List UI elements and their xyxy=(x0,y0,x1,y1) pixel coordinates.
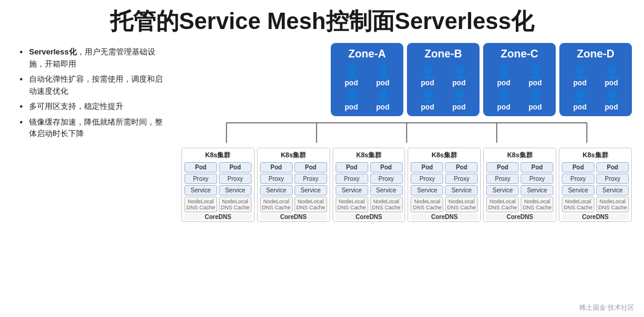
cell-service: Service xyxy=(562,185,594,195)
cluster-col: Pod Proxy Service NodeLocalDNS Cache xyxy=(294,162,327,212)
cell-dns: NodeLocalDNS Cache xyxy=(596,197,629,212)
page-title: 托管的Service Mesh控制面Serverless化 xyxy=(110,8,534,34)
cell-service: Service xyxy=(521,185,553,195)
pod-item: 👤 pod xyxy=(444,90,473,111)
pod-item: 👤 pod xyxy=(337,65,366,87)
pod-label: pod xyxy=(497,103,510,111)
cluster-6-title: K8s集群 xyxy=(562,151,629,160)
cell-proxy: Proxy xyxy=(219,174,252,184)
cell-pod: Pod xyxy=(411,162,443,172)
cell-proxy: Proxy xyxy=(596,174,629,184)
cluster-col: Pod Proxy Service NodeLocalDNS Cache xyxy=(184,162,217,212)
coredns-label: CoreDNS xyxy=(411,214,478,220)
pod-icon: 👤 xyxy=(572,90,588,103)
cell-proxy: Proxy xyxy=(411,174,443,184)
cell-service: Service xyxy=(260,185,293,195)
pod-icon: 👤 xyxy=(343,65,360,79)
coredns-label: CoreDNS xyxy=(260,214,327,220)
pod-item: 👤 pod xyxy=(565,90,594,111)
cell-proxy: Proxy xyxy=(521,174,553,184)
coredns-label: CoreDNS xyxy=(486,214,553,220)
pod-item: 👤 pod xyxy=(521,65,550,87)
clusters-row: K8s集群 Pod Proxy Service NodeLocalDNS Cac… xyxy=(181,148,632,222)
zone-d-card: Zone-D 👤 pod 👤 pod 👤 pod xyxy=(559,43,632,116)
pod-label: pod xyxy=(345,103,358,111)
cluster-5-title: K8s集群 xyxy=(486,151,553,160)
pod-label: pod xyxy=(345,79,358,87)
pod-icon: 👤 xyxy=(496,65,512,79)
cluster-col: Pod Proxy Service NodeLocalDNS Cache xyxy=(260,162,293,212)
cell-pod: Pod xyxy=(596,162,629,172)
pod-icon: 👤 xyxy=(420,90,436,103)
pod-item: 👤 pod xyxy=(489,65,518,87)
left-panel: Serverless化，用户无需管理基础设施，开箱即用 自动化弹性扩容，按需使用… xyxy=(12,43,175,311)
watermark: 稀土掘金·技术社区 xyxy=(579,303,634,312)
cell-pod: Pod xyxy=(336,162,368,172)
zone-a-card: Zone-A 👤 pod 👤 pod 👤 pod xyxy=(331,43,403,116)
pod-label: pod xyxy=(529,103,542,111)
pod-icon: 👤 xyxy=(343,90,360,103)
zone-a-pods: 👤 pod 👤 pod 👤 pod 👤 xyxy=(337,65,397,111)
pod-item: 👤 pod xyxy=(368,90,397,111)
cell-service: Service xyxy=(184,185,217,195)
pod-label: pod xyxy=(376,79,389,87)
cluster-2-title: K8s集群 xyxy=(260,151,327,160)
pod-label: pod xyxy=(573,103,587,111)
cell-service: Service xyxy=(294,185,327,195)
cell-pod: Pod xyxy=(370,162,403,172)
arrows-svg xyxy=(181,120,632,144)
cluster-col: Pod Proxy Service NodeLocalDNS Cache xyxy=(521,162,553,212)
bullet-item-1: Serverless化，用户无需管理基础设施，开箱即用 xyxy=(29,46,169,70)
cell-pod: Pod xyxy=(294,162,327,172)
pod-icon: 👤 xyxy=(603,90,620,103)
coredns-label: CoreDNS xyxy=(336,214,403,220)
bullet-item-3: 多可用区支持，稳定性提升 xyxy=(29,100,169,113)
content-area: Serverless化，用户无需管理基础设施，开箱即用 自动化弹性扩容，按需使用… xyxy=(12,43,632,311)
cell-proxy: Proxy xyxy=(336,174,368,184)
pod-label: pod xyxy=(497,79,510,87)
cell-dns: NodeLocalDNS Cache xyxy=(411,197,443,212)
pod-item: 👤 pod xyxy=(368,65,397,87)
zone-c-pods: 👤 pod 👤 pod 👤 pod 👤 xyxy=(489,65,550,111)
pod-item: 👤 pod xyxy=(521,90,550,111)
cell-dns: NodeLocalDNS Cache xyxy=(294,197,327,212)
cluster-col: Pod Proxy Service NodeLocalDNS Cache xyxy=(370,162,403,212)
cell-proxy: Proxy xyxy=(294,174,327,184)
cell-proxy: Proxy xyxy=(486,174,519,184)
title-row: 托管的Service Mesh控制面Serverless化 xyxy=(12,6,632,37)
zone-c-card: Zone-C 👤 pod 👤 pod 👤 pod xyxy=(483,43,556,116)
cell-service: Service xyxy=(219,185,252,195)
zones-row: Zone-A 👤 pod 👤 pod 👤 pod xyxy=(181,43,632,116)
cluster-3: K8s集群 Pod Proxy Service NodeLocalDNS Cac… xyxy=(333,148,406,222)
cell-dns: NodeLocalDNS Cache xyxy=(562,197,594,212)
cell-dns: NodeLocalDNS Cache xyxy=(445,197,478,212)
pod-label: pod xyxy=(605,103,618,111)
cluster-col: Pod Proxy Service NodeLocalDNS Cache xyxy=(445,162,478,212)
arrows-area xyxy=(181,120,632,144)
pod-label: pod xyxy=(421,79,434,87)
cluster-5: K8s集群 Pod Proxy Service NodeLocalDNS Cac… xyxy=(483,148,556,222)
cell-dns: NodeLocalDNS Cache xyxy=(336,197,368,212)
pod-label: pod xyxy=(376,103,389,111)
cluster-4: K8s集群 Pod Proxy Service NodeLocalDNS Cac… xyxy=(408,148,481,222)
pod-icon: 👤 xyxy=(451,65,467,79)
cluster-col: Pod Proxy Service NodeLocalDNS Cache xyxy=(219,162,252,212)
bullet-item-2: 自动化弹性扩容，按需使用，调度和启动速度优化 xyxy=(29,73,169,97)
cluster-5-columns: Pod Proxy Service NodeLocalDNS Cache Pod… xyxy=(486,162,553,212)
pod-label: pod xyxy=(573,79,587,87)
cell-pod: Pod xyxy=(521,162,553,172)
cluster-1: K8s集群 Pod Proxy Service NodeLocalDNS Cac… xyxy=(181,148,255,222)
pod-item: 👤 pod xyxy=(597,65,626,87)
cluster-2: K8s集群 Pod Proxy Service NodeLocalDNS Cac… xyxy=(257,148,330,222)
cell-dns: NodeLocalDNS Cache xyxy=(486,197,519,212)
zone-b-pods: 👤 pod 👤 pod 👤 pod 👤 xyxy=(413,65,473,111)
cell-service: Service xyxy=(445,185,478,195)
pod-icon: 👤 xyxy=(527,65,544,79)
pod-item: 👤 pod xyxy=(489,90,518,111)
cell-proxy: Proxy xyxy=(445,174,478,184)
cluster-col: Pod Proxy Service NodeLocalDNS Cache xyxy=(486,162,519,212)
pod-label: pod xyxy=(421,103,434,111)
cluster-1-columns: Pod Proxy Service NodeLocalDNS Cache Pod… xyxy=(184,162,252,212)
pod-icon: 👤 xyxy=(572,65,588,79)
bullet-item-4: 镜像缓存加速，降低就绪所需时间，整体启动时长下降 xyxy=(29,116,169,140)
